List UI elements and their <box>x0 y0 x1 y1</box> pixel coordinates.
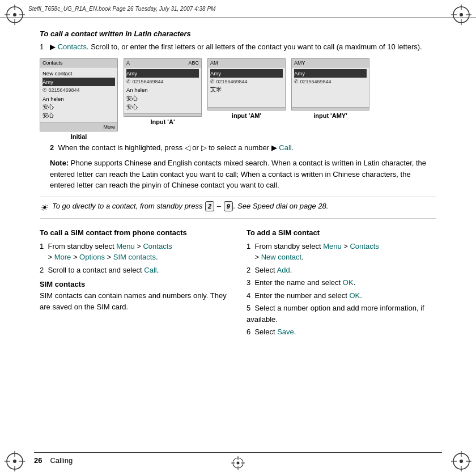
section-title: To call a contact written in Latin chara… <box>40 29 436 38</box>
phone-screen-initial: Contacts New contact Amy ✆ 02156469844 A… <box>40 58 118 131</box>
phone-row: 艾米 <box>210 86 283 94</box>
phone-screen-am: AM Amy ✆ 02156469844 艾米 <box>207 58 286 110</box>
phone-row: An helen <box>126 86 199 94</box>
screenshot-input-amy: AMY Amy ✆ 02156469844 input 'AMY' <box>291 58 369 140</box>
phone-body-amy: Amy ✆ 02156469844 <box>292 67 369 107</box>
screenshot-input-am: AM Amy ✆ 02156469844 艾米 input 'AM' <box>207 58 286 140</box>
phone-header-amy: AMY <box>292 59 369 67</box>
right-column: To add a SIM contact 1 From standby sele… <box>246 228 436 339</box>
phone-row: ✆ 02156469844 <box>210 78 283 86</box>
phone-footer-initial: More <box>40 122 117 131</box>
step-1-text: ▶ Contacts. Scroll to, or enter the firs… <box>50 41 422 53</box>
phone-header-a: A ABC <box>124 59 201 67</box>
corner-mark-br <box>451 451 471 471</box>
svg-point-19 <box>460 460 463 463</box>
caption-amy: input 'AMY' <box>313 112 347 119</box>
phone-screen-amy: AMY Amy ✆ 02156469844 <box>291 58 369 110</box>
screenshots-row: Contacts New contact Amy ✆ 02156469844 A… <box>40 58 436 140</box>
sim-contacts-title: SIM contacts <box>40 280 230 288</box>
right-step-4: 4 Enter the number and select OK. <box>246 290 436 301</box>
phone-row: New contact <box>42 69 115 78</box>
tip-icon: ☀ <box>40 201 48 215</box>
phone-row: ✆ 02156469844 <box>42 86 115 95</box>
phone-row: ✆ 02156469844 <box>126 78 199 86</box>
right-step-1: 1 From standby select Menu > Contacts > … <box>246 241 436 263</box>
svg-point-13 <box>13 460 16 463</box>
phone-footer-a <box>124 113 201 116</box>
left-col-title: To call a SIM contact from phone contact… <box>40 228 230 238</box>
phone-row: Amy <box>126 69 199 78</box>
phone-row: Amy <box>210 69 283 78</box>
phone-row: 安心 <box>126 95 199 103</box>
phone-row: 安心 <box>42 103 115 112</box>
phone-row: Amy <box>294 69 367 78</box>
phone-header-am: AM <box>208 59 285 67</box>
right-step-5: 5 Select a number option and add more in… <box>246 303 436 325</box>
tip-row: ☀ To go directly to a contact, from stan… <box>40 197 436 219</box>
key-9: 9 <box>224 201 233 212</box>
left-step-2: 2 Scroll to a contact and select Call. <box>40 265 230 276</box>
key-2: 2 <box>205 201 214 212</box>
phone-header-initial: Contacts <box>40 59 117 67</box>
phone-footer-amy <box>292 107 369 110</box>
main-content: To call a contact written in Latin chara… <box>34 18 442 442</box>
tip-text: To go directly to a contact, from standb… <box>52 201 328 212</box>
step-1-num: 1 <box>40 41 50 53</box>
footer-label: Calling <box>50 456 73 465</box>
phone-body-a: Amy ✆ 02156469844 An helen 安心 安心 <box>124 67 201 114</box>
left-column: To call a SIM contact from phone contact… <box>40 228 230 339</box>
phone-row: 安心 <box>42 112 115 120</box>
header-text: Steffi_T658c_UG_R1A_EN.book Page 26 Tues… <box>28 6 215 12</box>
phone-body-initial: New contact Amy ✆ 02156469844 An helen 安… <box>40 67 117 122</box>
right-step-3: 3 Enter the name and select OK. <box>246 277 436 288</box>
step-1: 1 ▶ Contacts. Scroll to, or enter the fi… <box>40 41 436 53</box>
contacts-link-1: Contacts <box>58 42 87 51</box>
caption-a: Input 'A' <box>150 118 175 125</box>
phone-row: 安心 <box>126 103 199 112</box>
two-column-section: To call a SIM contact from phone contact… <box>40 228 436 339</box>
right-step-2: 2 Select Add. <box>246 265 436 276</box>
screenshot-input-a: A ABC Amy ✆ 02156469844 An helen 安心 安心 I… <box>124 58 202 140</box>
page-footer: 26 Calling <box>34 452 442 465</box>
page-number: 26 <box>34 456 42 465</box>
screenshot-initial: Contacts New contact Amy ✆ 02156469844 A… <box>40 58 118 140</box>
phone-row: An helen <box>42 95 115 103</box>
header-bar: Steffi_T658c_UG_R1A_EN.book Page 26 Tues… <box>0 0 476 18</box>
phone-row: Amy <box>42 78 115 86</box>
left-step-1: 1 From standby select Menu > Contacts > … <box>40 241 230 263</box>
caption-initial: Initial <box>71 133 87 140</box>
phone-footer-am <box>208 107 285 110</box>
note-paragraph: Note: Phone supports Chinese and English… <box>40 158 436 191</box>
step-2: 2 When the contact is highlighted, press… <box>40 142 436 154</box>
phone-screen-a: A ABC Amy ✆ 02156469844 An helen 安心 安心 <box>124 58 202 117</box>
right-step-6: 6 Select Save. <box>246 326 436 338</box>
caption-am: input 'AM' <box>232 112 261 119</box>
corner-mark-bl <box>5 451 25 471</box>
call-link: Call <box>279 143 291 152</box>
sim-contacts-text: SIM contacts can contain names and numbe… <box>40 290 230 312</box>
phone-body-am: Amy ✆ 02156469844 艾米 <box>208 67 285 107</box>
phone-row: ✆ 02156469844 <box>294 78 367 86</box>
right-col-title: To add a SIM contact <box>246 228 436 238</box>
